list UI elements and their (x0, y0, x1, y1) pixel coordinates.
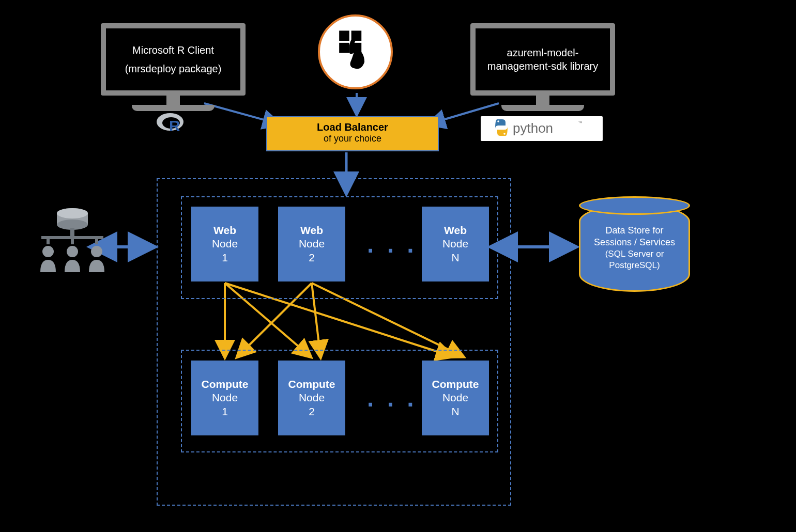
svg-rect-17 (339, 43, 349, 53)
node-id: 2 (309, 405, 315, 418)
node-sub: Node (442, 237, 468, 251)
node-title: Web (300, 224, 323, 237)
svg-text:™: ™ (578, 120, 583, 126)
load-balancer: Load Balancer of your choice (266, 116, 439, 151)
svg-point-34 (91, 246, 102, 257)
datastore-line2: Sessions / Services (594, 237, 675, 248)
r-logo-icon: R (146, 108, 186, 136)
data-store: Data Store for Sessions / Services (SQL … (579, 204, 690, 292)
node-title: Web (213, 224, 236, 237)
node-title: Compute (202, 378, 249, 391)
datastore-line3: (SQL Server or (605, 248, 664, 260)
svg-rect-15 (339, 30, 349, 41)
svg-rect-30 (71, 236, 74, 244)
svg-rect-27 (70, 228, 74, 237)
datastore-line1: Data Store for (605, 225, 663, 237)
datastore-line4: PostgreSQL) (609, 260, 660, 271)
svg-point-20 (503, 133, 506, 135)
apps-icon (318, 14, 393, 89)
directory-users-icon (31, 204, 114, 284)
node-title: Web (444, 224, 467, 237)
svg-point-19 (497, 120, 499, 122)
compute-node-n: Compute Node N (422, 361, 489, 435)
svg-rect-29 (47, 236, 50, 244)
node-sub: Node (212, 391, 238, 404)
node-id: N (451, 405, 459, 418)
svg-text:python: python (513, 120, 553, 136)
load-balancer-title: Load Balancer (272, 121, 433, 133)
node-title: Compute (288, 378, 335, 391)
r-client-title: Microsoft R Client (132, 43, 214, 57)
compute-node-2: Compute Node 2 (278, 361, 345, 435)
node-title: Compute (432, 378, 479, 391)
web-ellipsis: . . . (367, 230, 417, 258)
node-sub: Node (299, 237, 325, 251)
svg-point-33 (67, 246, 78, 257)
node-id: 1 (222, 405, 228, 418)
node-sub: Node (299, 391, 325, 404)
web-node-2: Web Node 2 (278, 207, 345, 281)
python-client-title: azureml-model-management-sdk library (476, 46, 610, 73)
node-id: 1 (222, 251, 228, 264)
web-node-n: Web Node N (422, 207, 489, 281)
r-client-subtitle: (mrsdeploy package) (125, 62, 222, 75)
svg-text:R: R (169, 117, 180, 134)
r-client-monitor: Microsoft R Client (mrsdeploy package) (101, 23, 246, 111)
svg-point-32 (42, 246, 54, 257)
compute-node-1: Compute Node 1 (191, 361, 258, 435)
python-client-monitor: azureml-model-management-sdk library (470, 23, 615, 111)
node-id: 2 (309, 251, 315, 264)
load-balancer-subtitle: of your choice (272, 133, 433, 144)
node-sub: Node (212, 237, 238, 251)
compute-ellipsis: . . . (367, 384, 417, 412)
svg-point-26 (57, 208, 88, 218)
python-logo-icon: python ™ (481, 116, 603, 141)
node-id: N (451, 251, 459, 264)
node-sub: Node (442, 391, 468, 404)
web-node-1: Web Node 1 (191, 207, 258, 281)
svg-rect-31 (95, 236, 98, 244)
apps-label: Apps (401, 31, 434, 47)
